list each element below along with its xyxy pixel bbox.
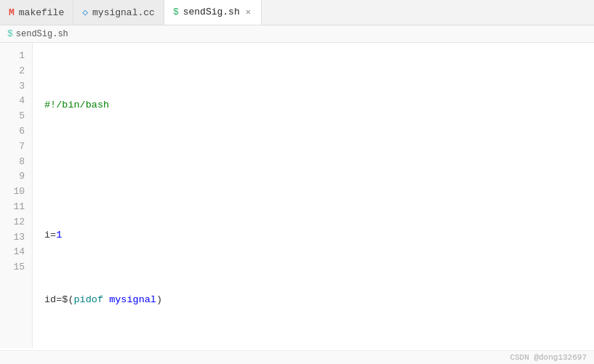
breadcrumb-text: sendSig.sh bbox=[16, 29, 68, 39]
tab-bar: M makefile ◇ mysignal.cc $ sendSig.sh ✕ bbox=[0, 0, 594, 25]
ln-2: 2 bbox=[7, 64, 25, 79]
ln-10: 10 bbox=[7, 185, 25, 200]
ln-8: 8 bbox=[7, 155, 25, 170]
code-line-2 bbox=[44, 162, 594, 178]
editor: 1 2 3 4 5 6 7 8 9 10 11 12 13 14 15 #!/b… bbox=[0, 43, 594, 348]
tab-makefile-label: makefile bbox=[19, 7, 64, 18]
tab-close-button[interactable]: ✕ bbox=[244, 7, 252, 17]
ln-5: 5 bbox=[7, 109, 25, 124]
tab-sendsig[interactable]: $ sendSig.sh ✕ bbox=[164, 0, 262, 25]
ln-9: 9 bbox=[7, 169, 25, 185]
tab-sendsig-label: sendSig.sh bbox=[183, 7, 240, 17]
mysignal-icon: ◇ bbox=[82, 7, 88, 18]
breadcrumb: $ sendSig.sh bbox=[0, 25, 594, 43]
ln-6: 6 bbox=[7, 124, 25, 139]
ln-15: 15 bbox=[7, 260, 25, 275]
tab-makefile[interactable]: M makefile bbox=[0, 0, 73, 25]
ln-12: 12 bbox=[7, 215, 25, 230]
breadcrumb-icon: $ bbox=[7, 28, 13, 39]
ln-7: 7 bbox=[7, 139, 25, 155]
tab-mysignal-label: mysignal.cc bbox=[92, 7, 155, 18]
makefile-icon: M bbox=[9, 7, 15, 18]
code-line-4: id=$(pidof mysignal) bbox=[44, 292, 594, 308]
code-line-1: #!/bin/bash bbox=[44, 97, 594, 113]
ln-4: 4 bbox=[7, 94, 25, 109]
ln-14: 14 bbox=[7, 245, 25, 260]
ln-11: 11 bbox=[7, 200, 25, 215]
line-numbers: 1 2 3 4 5 6 7 8 9 10 11 12 13 14 15 bbox=[0, 43, 33, 348]
status-bar: CSDN @dong132697 bbox=[0, 350, 594, 364]
ln-3: 3 bbox=[7, 79, 25, 94]
code-line-3: i=1 bbox=[44, 227, 594, 243]
sendsig-icon: $ bbox=[173, 7, 179, 17]
tab-mysignal[interactable]: ◇ mysignal.cc bbox=[73, 0, 164, 25]
code-content[interactable]: #!/bin/bash i=1 id=$(pidof mysignal) whi… bbox=[33, 43, 594, 348]
ln-13: 13 bbox=[7, 230, 25, 246]
status-text: CSDN @dong132697 bbox=[510, 353, 587, 362]
ln-1: 1 bbox=[7, 49, 25, 64]
